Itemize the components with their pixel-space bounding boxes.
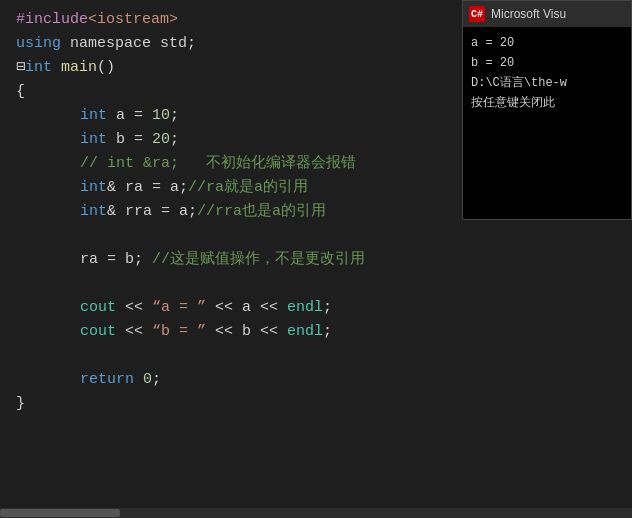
terminal-title: Microsoft Visu — [491, 7, 566, 21]
line-close-brace: } — [16, 392, 632, 416]
line-return: return 0; — [16, 368, 632, 392]
terminal-line: 按任意键关闭此 — [471, 93, 623, 113]
line-empty3 — [16, 344, 632, 368]
terminal-icon: C# — [469, 6, 485, 22]
line-cout-a: cout << “a = ” << a << endl; — [16, 296, 632, 320]
scrollbar-thumb[interactable] — [0, 509, 120, 517]
line-cout-b: cout << “b = ” << b << endl; — [16, 320, 632, 344]
line-empty2 — [16, 272, 632, 296]
terminal-titlebar: C# Microsoft Visu — [463, 1, 631, 27]
terminal-popup: C# Microsoft Visu a = 20b = 20D:\C语言\the… — [462, 0, 632, 220]
terminal-line: b = 20 — [471, 53, 623, 73]
terminal-line: D:\C语言\the-w — [471, 73, 623, 93]
terminal-line: a = 20 — [471, 33, 623, 53]
line-empty1 — [16, 224, 632, 248]
line-assign: ra = b; //这是赋值操作，不是更改引用 — [16, 248, 632, 272]
editor-area: #include<iostream>using namespace std;⊟i… — [0, 0, 632, 518]
horizontal-scrollbar[interactable] — [0, 508, 632, 518]
terminal-body: a = 20b = 20D:\C语言\the-w按任意键关闭此 — [463, 27, 631, 119]
